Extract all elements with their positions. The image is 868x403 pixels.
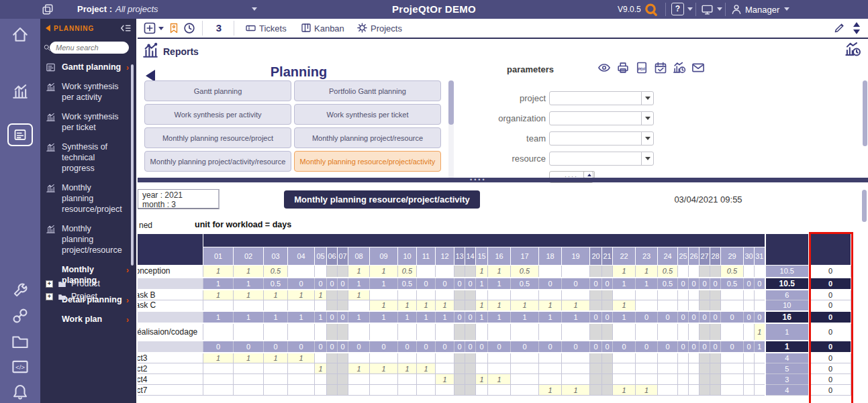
sidebar-item-monthly-planning-project-resource[interactable]: Monthly planning project/resource <box>40 222 134 257</box>
ticket-icon[interactable] <box>245 23 256 34</box>
chevron-down-icon[interactable] <box>641 132 653 145</box>
preview-icon[interactable] <box>597 61 611 74</box>
calendar-check-icon[interactable] <box>654 61 667 74</box>
chevron-down-icon[interactable] <box>641 112 653 125</box>
chevron-down-icon[interactable] <box>641 92 653 105</box>
buttons-scrollbar-thumb[interactable] <box>448 80 454 125</box>
workload-cell <box>678 323 689 341</box>
workload-cell <box>511 353 539 363</box>
report-button-monthly-planning-resource-project[interactable]: Monthly planning resource/project <box>144 127 291 148</box>
sidebar-item-synthesis-of-technical-progress[interactable]: Synthesis of technical progress <box>40 140 134 175</box>
report-icon <box>46 112 56 122</box>
help-caret-icon[interactable] <box>687 7 693 11</box>
tree-item-project[interactable]: +Project <box>46 292 133 301</box>
workload-cell <box>590 266 602 278</box>
add-button[interactable] <box>143 21 156 35</box>
report-button-work-synthesis-per-activity[interactable]: Work synthesis per activity <box>144 104 291 125</box>
sidebar-item-work-synthesis-per-activity[interactable]: Work synthesis per activity <box>40 80 134 104</box>
workload-cell <box>488 363 511 374</box>
buttons-scrollbar-track[interactable] <box>448 80 454 179</box>
tree-item-product[interactable]: +Product <box>46 279 133 288</box>
menu-search-input[interactable] <box>50 42 129 54</box>
tickets-button[interactable]: Tickets <box>259 23 287 34</box>
panel-scrollbar[interactable] <box>863 80 867 146</box>
code-icon[interactable]: </> <box>11 358 29 376</box>
not-planned-work-header <box>810 234 851 266</box>
pdf-icon[interactable]: PDF <box>635 61 648 74</box>
resource-select[interactable] <box>549 152 654 166</box>
pencil-icon[interactable] <box>833 22 845 34</box>
bookmark-icon[interactable] <box>168 21 179 35</box>
report-clock-icon[interactable] <box>673 61 686 74</box>
workload-cell: 1 <box>539 385 562 396</box>
kanban-button[interactable]: Kanban <box>314 23 344 34</box>
open-items-count[interactable]: 3 <box>210 22 228 34</box>
kanban-icon[interactable] <box>301 22 311 34</box>
project-select[interactable] <box>549 91 654 105</box>
workload-cell <box>370 374 398 385</box>
report-scrollbar[interactable] <box>862 190 867 222</box>
monitor-caret-icon[interactable] <box>717 7 722 11</box>
report-button-monthly-planning-project-activity-resource[interactable]: Monthly planning project/activity/resour… <box>144 151 291 172</box>
workload-cell <box>744 300 755 311</box>
collapse-menu-icon[interactable] <box>119 21 132 35</box>
report-button-gantt-planning[interactable]: Gantt planning <box>144 80 291 101</box>
splitter-handle[interactable]: •••• <box>470 178 487 182</box>
user-menu[interactable]: Manager <box>745 5 779 15</box>
total-row: 1111100111110011111001000000000160 <box>132 311 851 323</box>
activity-label: Act7 <box>132 385 203 396</box>
workload-cell <box>203 363 234 374</box>
report-button-portfolio-gantt-planning[interactable]: Portfolio Gantt planning <box>294 80 441 101</box>
home-icon[interactable] <box>11 25 29 43</box>
links-icon[interactable] <box>11 307 29 325</box>
sort-down-icon[interactable] <box>853 30 860 34</box>
sum-cell: 16 <box>765 311 810 323</box>
sidebar-item-work-synthesis-per-ticket[interactable]: Work synthesis per ticket <box>40 110 134 134</box>
workload-cell: 1 <box>370 266 398 278</box>
chevron-down-icon[interactable] <box>641 152 653 165</box>
team-select[interactable] <box>549 131 654 146</box>
workload-cell <box>602 266 613 278</box>
monitor-icon[interactable] <box>701 3 714 15</box>
sidebar-item-gantt-planning[interactable]: Gantt planning› <box>40 60 134 74</box>
workload-cell <box>370 385 398 396</box>
organization-select[interactable] <box>549 111 654 125</box>
workload-cell <box>234 374 264 385</box>
mail-icon[interactable] <box>691 61 705 74</box>
not-planned-work-cell: 0 <box>810 385 851 396</box>
collapse-left-icon[interactable] <box>46 25 50 32</box>
sidebar-item-work-plan[interactable]: Work plan› <box>40 312 134 326</box>
reports-rail-icon[interactable] <box>11 82 29 100</box>
sidebar-item-monthly-planning-resource-project[interactable]: Monthly planning resource/project <box>40 181 134 216</box>
day-header: 12 <box>436 247 454 266</box>
documents-icon[interactable] <box>11 333 29 350</box>
expand-icon[interactable]: + <box>46 280 53 288</box>
report-history-icon[interactable] <box>845 41 861 58</box>
report-title-button[interactable]: Monthly planning resource/project/activi… <box>284 190 480 209</box>
workload-cell: 1 <box>613 385 636 396</box>
workload-cell <box>465 300 476 311</box>
report-button-monthly-planning-project-resource[interactable]: Monthly planning project/resource <box>294 127 441 148</box>
expand-icon[interactable]: + <box>46 293 53 300</box>
tools-icon[interactable] <box>11 282 29 299</box>
planning-rail-icon-selected[interactable] <box>7 123 33 146</box>
workload-cell <box>488 353 511 363</box>
notifications-icon[interactable] <box>11 383 29 400</box>
workload-cell: 1 <box>348 290 370 300</box>
sort-up-icon[interactable] <box>853 22 860 27</box>
day-header: 01 <box>203 247 234 266</box>
projects-button[interactable]: Projects <box>371 23 402 34</box>
user-caret-icon[interactable] <box>784 7 789 11</box>
print-icon[interactable] <box>616 61 630 74</box>
help-button[interactable]: ? <box>671 3 684 15</box>
total-cell: 0 <box>417 341 436 353</box>
gear-icon[interactable] <box>356 22 368 34</box>
report-button-work-synthesis-per-ticket[interactable]: Work synthesis per ticket <box>294 104 441 125</box>
history-icon[interactable] <box>183 21 196 35</box>
total-cell: 0 <box>348 341 370 353</box>
report-button-monthly-planning-resource-project-activity[interactable]: Monthly planning resource/project/activi… <box>294 151 441 172</box>
add-caret-icon[interactable] <box>158 27 164 30</box>
splitter-bar[interactable]: •••• <box>138 178 868 182</box>
workload-cell <box>636 353 658 363</box>
sidebar-scrollbar[interactable] <box>131 64 134 266</box>
